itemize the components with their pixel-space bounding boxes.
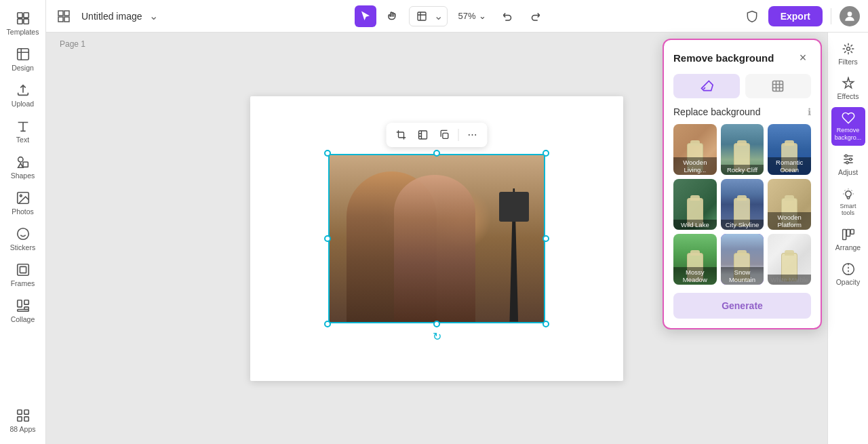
svg-point-26 xyxy=(472,134,473,136)
right-tool-opacity[interactable]: Opacity xyxy=(831,258,865,290)
app-logo xyxy=(54,7,73,26)
photo-people-silhouette xyxy=(330,155,544,322)
redo-btn[interactable] xyxy=(524,5,546,27)
sidebar-item-upload[interactable]: Upload xyxy=(0,77,46,113)
svg-rect-18 xyxy=(24,410,28,414)
crop-btn[interactable] xyxy=(392,125,411,144)
svg-rect-24 xyxy=(443,133,448,138)
bg-item-rocky-cliff[interactable]: Rocky Cliff xyxy=(721,124,764,175)
svg-rect-34 xyxy=(850,230,854,235)
sidebar-item-photos[interactable]: Photos xyxy=(0,185,46,221)
user-avatar[interactable] xyxy=(840,6,860,26)
svg-point-27 xyxy=(475,134,476,136)
bg-item-wooden-platform[interactable]: Wooden Platform xyxy=(768,179,811,230)
svg-rect-2 xyxy=(17,19,22,24)
bg-grid: Wooden Living... Rocky Cliff Romantic Oc… xyxy=(673,124,811,285)
svg-rect-32 xyxy=(842,230,846,240)
bg-label-wild-lake: Wild Lake xyxy=(673,220,717,230)
svg-rect-6 xyxy=(23,162,28,167)
layout-image-btn[interactable] xyxy=(414,125,433,144)
select-tool-btn[interactable] xyxy=(355,5,376,27)
info-icon[interactable]: ℹ xyxy=(808,106,811,117)
selected-image[interactable] xyxy=(328,154,545,323)
page-label: Page 1 xyxy=(60,39,85,49)
sidebar-item-stickers[interactable]: Stickers xyxy=(0,221,46,257)
svg-point-28 xyxy=(846,47,850,51)
undo-btn[interactable] xyxy=(497,5,519,27)
sidebar-item-shapes-label: Shapes xyxy=(11,171,35,180)
bg-item-snow-mountain[interactable]: Snow Mountain xyxy=(721,234,764,285)
sidebar-item-stickers-label: Stickers xyxy=(10,243,35,251)
layout-chevron[interactable]: ⌄ xyxy=(433,8,444,24)
sidebar-item-frames[interactable]: Frames xyxy=(0,257,46,293)
right-tool-smart-tools[interactable]: Smart tools xyxy=(831,183,865,222)
right-tool-adjust[interactable]: Adjust xyxy=(831,148,865,180)
right-tool-arrange[interactable]: Arrange xyxy=(831,224,865,256)
bg-item-white-marble[interactable]: White Marble xyxy=(768,234,811,285)
svg-point-22 xyxy=(848,12,852,16)
camera-body xyxy=(499,192,529,222)
handle-mid-left[interactable] xyxy=(324,235,331,242)
bg-item-mossy-meadow[interactable]: Mossy Meadow xyxy=(673,234,717,285)
sidebar-item-text-label: Text xyxy=(16,136,29,144)
hand-tool-btn[interactable] xyxy=(382,5,403,27)
bg-item-romantic-ocean[interactable]: Romantic Ocean xyxy=(768,124,811,175)
handle-top-right[interactable] xyxy=(542,150,549,157)
sidebar-item-apps[interactable]: 88 Apps xyxy=(0,403,46,439)
image-toolbar xyxy=(387,123,488,147)
sidebar-item-design[interactable]: Design xyxy=(0,41,46,77)
layout-btn[interactable] xyxy=(412,7,431,26)
right-tool-filters[interactable]: Filters xyxy=(831,38,865,70)
sidebar-item-templates[interactable]: Templates xyxy=(0,5,46,41)
toolbar-divider xyxy=(458,129,459,141)
bg-item-wild-lake[interactable]: Wild Lake xyxy=(673,179,717,230)
toggle-pattern-btn[interactable] xyxy=(745,74,812,98)
svg-rect-17 xyxy=(17,410,21,414)
handle-bot-mid[interactable] xyxy=(433,321,440,327)
bg-item-wooden-living[interactable]: Wooden Living... xyxy=(673,124,717,175)
more-options-btn[interactable] xyxy=(463,125,482,144)
replace-bg-header: Replace background ℹ xyxy=(673,106,811,117)
top-bar: Untitled image ⌄ ⌄ 57% ⌄ Export xyxy=(46,0,868,33)
sidebar-item-shapes[interactable]: Shapes xyxy=(0,149,46,185)
rotate-handle[interactable]: ↻ xyxy=(430,330,443,344)
export-btn[interactable]: Export xyxy=(768,6,823,26)
right-tool-smart-tools-label: Smart tools xyxy=(834,203,863,218)
svg-point-10 xyxy=(17,228,28,240)
generate-btn[interactable]: Generate xyxy=(673,293,811,319)
sidebar-item-apps-label: 88 Apps xyxy=(10,425,36,433)
popup-close-btn[interactable]: × xyxy=(795,49,811,66)
svg-rect-0 xyxy=(17,13,22,18)
right-panel: Filters Effects Remove backgro... Adjust… xyxy=(827,33,868,444)
svg-point-29 xyxy=(845,155,847,157)
bg-item-city-skyline[interactable]: City Skyline xyxy=(721,179,764,230)
right-tool-remove-bg[interactable]: Remove backgro... xyxy=(831,107,865,146)
toggle-row xyxy=(673,74,811,98)
right-tool-effects[interactable]: Effects xyxy=(831,73,865,104)
doc-title-chevron[interactable]: ⌄ xyxy=(148,8,159,24)
bg-label-city-skyline: City Skyline xyxy=(721,220,764,230)
svg-point-25 xyxy=(469,134,470,136)
sidebar-item-collage[interactable]: Collage xyxy=(0,293,46,329)
zoom-control[interactable]: 57% ⌄ xyxy=(453,8,492,24)
bg-label-wooden-platform: Wooden Platform xyxy=(768,212,811,230)
sidebar-item-frames-label: Frames xyxy=(11,279,35,287)
svg-rect-20 xyxy=(24,417,28,421)
handle-mid-right[interactable] xyxy=(542,235,549,242)
handle-bot-right[interactable] xyxy=(542,321,549,327)
handle-bot-left[interactable] xyxy=(324,321,331,327)
svg-point-9 xyxy=(20,195,22,197)
sidebar-item-upload-label: Upload xyxy=(12,100,34,108)
svg-point-30 xyxy=(849,158,851,160)
sidebar-item-collage-label: Collage xyxy=(11,315,35,323)
sidebar-item-text[interactable]: Text xyxy=(0,113,46,149)
selected-image-container[interactable]: ↻ xyxy=(328,154,545,323)
svg-point-5 xyxy=(18,157,22,162)
shield-btn[interactable] xyxy=(741,5,763,27)
left-sidebar: Templates Design Upload Text Shapes xyxy=(0,0,46,444)
handle-top-mid[interactable] xyxy=(433,150,440,157)
handle-top-left[interactable] xyxy=(324,150,331,157)
duplicate-btn[interactable] xyxy=(435,125,454,144)
svg-rect-35 xyxy=(773,81,783,92)
toggle-eraser-btn[interactable] xyxy=(673,74,740,98)
